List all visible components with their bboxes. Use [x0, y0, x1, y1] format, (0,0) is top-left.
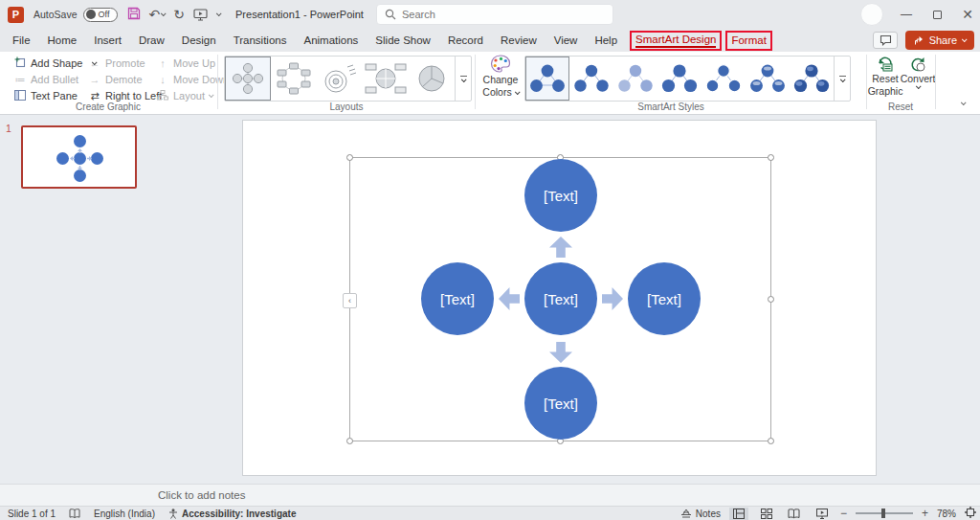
tab-slide-show[interactable]: Slide Show	[367, 31, 439, 50]
text-pane-toggle-button[interactable]: ‹	[343, 293, 357, 308]
smartart-node-center[interactable]: [Text]	[524, 262, 597, 335]
start-slideshow-icon[interactable]	[193, 9, 208, 21]
undo-button[interactable]: ↶	[149, 7, 166, 22]
convert-button[interactable]: Convert	[902, 55, 933, 89]
powerpoint-app-icon[interactable]: P	[8, 7, 24, 23]
smartart-node-bottom[interactable]: [Text]	[524, 367, 597, 440]
reading-view-button[interactable]	[785, 508, 804, 520]
slide-number: 1	[6, 123, 11, 134]
ribbon-tab-bar: File Home Insert Draw Design Transitions…	[0, 29, 980, 52]
move-up-icon: ↑	[156, 57, 169, 69]
zoom-in-button[interactable]: +	[922, 507, 928, 520]
change-colors-icon	[490, 55, 511, 74]
share-button[interactable]: Share	[905, 31, 974, 50]
notes-placeholder: Click to add notes	[158, 489, 245, 501]
slide-indicator[interactable]: Slide 1 of 1	[8, 509, 56, 519]
slide-sorter-view-button[interactable]	[757, 508, 776, 520]
share-label: Share	[929, 34, 957, 46]
smartart-node-right[interactable]: [Text]	[628, 262, 701, 335]
tab-home[interactable]: Home	[39, 31, 86, 50]
move-up-button[interactable]: ↑ Move Up	[156, 56, 215, 71]
slide-canvas[interactable]: ‹ [Text] [Text] [Text] [Text] [Text]	[242, 120, 877, 476]
close-button[interactable]: ✕	[953, 0, 980, 29]
maximize-button[interactable]	[923, 0, 951, 29]
account-avatar[interactable]	[860, 3, 883, 26]
zoom-slider[interactable]	[856, 512, 913, 514]
tab-view[interactable]: View	[546, 31, 587, 50]
style-thumbnail-moderate[interactable]	[569, 57, 613, 101]
maximize-icon	[933, 11, 942, 19]
reset-graphic-button[interactable]: Reset Graphic	[868, 55, 902, 98]
notes-pane[interactable]: Click to add notes	[0, 484, 980, 506]
smartart-node-left[interactable]: [Text]	[421, 262, 494, 335]
tab-record[interactable]: Record	[439, 31, 492, 50]
layout-thumbnail-titled-matrix[interactable]	[363, 57, 409, 101]
change-colors-button[interactable]: Change Colors	[479, 55, 523, 99]
tab-format[interactable]: Format	[731, 34, 766, 46]
tab-design[interactable]: Design	[173, 31, 225, 50]
zoom-level[interactable]: 78%	[937, 509, 956, 519]
minimize-button[interactable]: —	[892, 0, 921, 29]
accessibility-icon	[168, 509, 178, 519]
spell-check-icon[interactable]	[69, 509, 80, 519]
tab-animations[interactable]: Animations	[295, 31, 367, 50]
style-thumbnail-glossy[interactable]	[746, 57, 790, 101]
save-icon[interactable]	[127, 7, 141, 22]
style-thumbnail-simple-fill[interactable]	[525, 57, 569, 101]
smartart-node-top[interactable]: [Text]	[524, 159, 597, 232]
resize-handle-top-left[interactable]	[346, 154, 353, 161]
undo-dropdown-icon[interactable]	[161, 11, 167, 16]
accessibility-status[interactable]: Accessibility: Investigate	[182, 509, 297, 519]
demote-icon: →	[88, 74, 101, 85]
fit-to-window-button[interactable]	[965, 507, 976, 520]
tab-review[interactable]: Review	[492, 31, 546, 50]
zoom-slider-thumb[interactable]	[881, 509, 885, 518]
search-box[interactable]	[376, 4, 613, 25]
tab-file[interactable]: File	[4, 31, 39, 50]
redo-button[interactable]: ↻	[173, 7, 185, 22]
layout-thumbnail-block-cycle[interactable]	[271, 57, 317, 101]
tab-help[interactable]: Help	[586, 31, 626, 50]
demote-button[interactable]: → Demote	[88, 72, 143, 87]
slide-thumbnail-1[interactable]	[21, 125, 137, 189]
style-thumbnail-polished[interactable]	[702, 57, 746, 101]
fit-to-window-icon	[965, 507, 976, 518]
style-thumbnail-3d[interactable]	[790, 57, 834, 101]
tab-smartart-design[interactable]: SmartArt Design	[635, 34, 716, 48]
comments-button[interactable]	[873, 32, 898, 49]
collapse-ribbon-icon[interactable]	[961, 100, 967, 105]
slide-thumbnail-panel: 1	[0, 115, 144, 484]
workspace: 1 ‹ [Text] [Text] [Text] [Text]	[0, 115, 980, 484]
resize-handle-bottom-right[interactable]	[768, 438, 774, 444]
layout-thumbnail-cycle-plus[interactable]	[225, 57, 271, 101]
notes-toggle-button[interactable]: Notes	[680, 509, 721, 519]
notes-toggle-label: Notes	[696, 509, 721, 519]
layouts-more-button[interactable]	[455, 57, 471, 101]
add-shape-button[interactable]: Add Shape	[13, 56, 96, 71]
language-indicator[interactable]: English (India)	[94, 509, 155, 519]
right-to-left-label: Right to Left	[105, 90, 162, 102]
style-thumbnail-intense[interactable]	[657, 57, 702, 101]
resize-handle-top-right[interactable]	[768, 154, 774, 161]
search-input[interactable]	[402, 9, 584, 20]
layout-thumbnail-pie[interactable]	[409, 57, 455, 101]
add-bullet-button[interactable]: ≔ Add Bullet	[13, 72, 78, 87]
tab-insert[interactable]: Insert	[85, 31, 130, 50]
layout-thumbnail-radial[interactable]	[317, 57, 363, 101]
slideshow-view-button[interactable]	[813, 508, 832, 520]
zoom-out-button[interactable]: −	[840, 507, 847, 520]
autosave-state: Off	[99, 10, 110, 19]
resize-handle-bottom-left[interactable]	[346, 438, 353, 444]
tab-transitions[interactable]: Transitions	[225, 31, 296, 50]
annotation-box-smartart-design: SmartArt Design	[630, 31, 722, 51]
thumb-node-center	[74, 152, 86, 165]
autosave-toggle[interactable]: Off	[83, 8, 118, 22]
customize-qat-chevron-icon[interactable]	[216, 12, 220, 16]
resize-handle-middle-right[interactable]	[768, 296, 774, 303]
promote-button[interactable]: ← Promote	[88, 56, 145, 71]
smartart-styles-more-button[interactable]	[834, 57, 850, 101]
style-thumbnail-subtle[interactable]	[613, 57, 657, 101]
normal-view-button[interactable]	[729, 508, 748, 520]
layouts-more-icon	[461, 77, 467, 82]
tab-draw[interactable]: Draw	[130, 31, 173, 50]
